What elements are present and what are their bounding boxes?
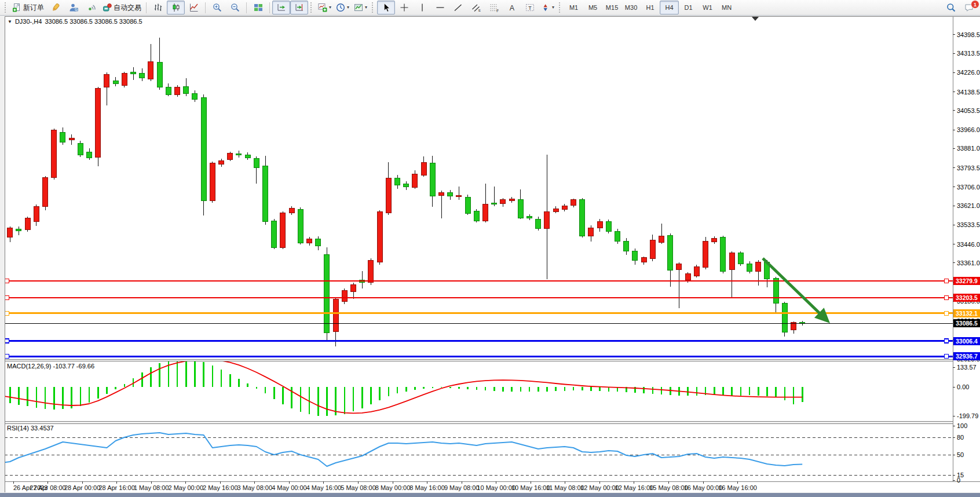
price-badge-label: 33132.1 [956,310,978,317]
rsi-tick-label: 0 [957,477,960,484]
signals-button[interactable] [82,1,100,14]
vline-icon [418,3,427,12]
toolbar-grip[interactable] [372,2,375,13]
trendline-icon [454,3,463,12]
toolbar-separator [269,2,270,13]
chartshift-icon [295,3,304,12]
chevron-down-icon[interactable]: ▾ [347,5,349,10]
price-tick-label: 33361.0 [957,260,980,266]
main-price-panel [5,16,953,359]
bars-icon [153,3,163,12]
line-chart-button[interactable] [185,1,203,14]
auto-scroll-button[interactable] [272,1,290,14]
trendline-button[interactable] [449,1,467,14]
time-tick-label: 4 May 16:00 [306,484,342,491]
fibonacci-button[interactable]: F [485,1,503,14]
macd-panel [5,361,953,421]
templates-button[interactable]: ▾ [352,1,370,14]
indicators-button[interactable]: ▾ [316,1,334,14]
search-button[interactable] [942,1,960,14]
line-handle [5,311,9,315]
time-tick-label: 27 Apr 08:00 [30,484,65,491]
time-tick-label: 16 May 16:00 [718,484,757,491]
price-badge-label: 33006.4 [956,338,978,345]
crosshair-button[interactable] [395,1,413,14]
price-tick-label: 33881.0 [957,145,980,152]
zoom-out-icon [231,3,240,12]
time-tick-label: 11 May 08:00 [546,484,584,491]
svg-text:A: A [509,4,514,12]
period-m5-label: M5 [588,4,597,11]
autotrading-button[interactable]: 自动交易 [100,1,144,14]
label-button[interactable]: T [521,1,539,14]
zoom-in-button[interactable] [208,1,226,14]
time-tick-label: 4 May 00:00 [272,484,307,491]
chevron-down-icon[interactable]: ▾ [552,5,554,10]
template-icon [354,3,363,12]
autoscroll-icon [277,3,286,12]
text-button[interactable]: A [503,1,521,14]
linechart-icon [189,3,199,12]
toolbar-grip[interactable] [5,2,8,13]
line-handle [945,339,949,343]
tile-windows-button[interactable] [249,1,267,14]
time-tick-label: 28 Apr 00:00 [64,484,100,491]
period-h1[interactable]: H1 [641,1,660,14]
styles-button[interactable] [46,1,64,14]
channel-button[interactable]: E [467,1,485,14]
period-m15[interactable]: M15 [602,1,621,14]
macd-tick-label: -199.79 [957,412,978,419]
periods-button[interactable]: ▾ [334,1,352,14]
price-tick-label: 33621.0 [957,202,980,209]
period-w1-label: W1 [703,4,712,11]
toolbar-grip[interactable] [310,2,313,13]
time-tick-label: 15 May 08:00 [649,484,688,491]
cursor-button[interactable] [377,1,395,14]
toolbar-separator [246,2,247,13]
line-handle [945,311,949,315]
hline-button[interactable] [431,1,449,14]
period-m1[interactable]: M1 [564,1,583,14]
candlestick-chart-button[interactable] [167,1,185,14]
period-w1[interactable]: W1 [698,1,717,14]
period-mn-label: MN [722,4,732,11]
new-order-button-label: 新订单 [23,3,44,13]
toolbar-group-chart-types [149,1,203,14]
svg-text:E: E [478,9,481,12]
time-tick-label: 12 May 00:00 [580,484,619,491]
period-m15-label: M15 [606,4,618,11]
person-icon [69,3,78,12]
chevron-down-icon[interactable]: ▾ [365,5,367,10]
toolbar-group-windows [249,1,267,14]
period-h4[interactable]: H4 [660,1,679,14]
cursor-icon [382,3,391,12]
new-order-button[interactable]: 新订单 [10,1,46,14]
svg-text:T: T [528,5,532,11]
autotrade-icon [103,3,112,12]
toolbar-grip[interactable] [559,2,562,13]
line-handle [5,339,9,343]
period-h1-label: H1 [646,4,654,11]
clock-icon [336,3,345,12]
toolbar-right-section: 1 [942,1,978,14]
svg-text:F: F [496,9,499,13]
notifications-button[interactable]: 1 [960,1,978,14]
period-m1-label: M1 [569,4,578,11]
price-chart-svg[interactable]: 34398.534313.534226.034138.534053.533966… [0,0,980,497]
chevron-down-icon[interactable]: ▾ [329,5,331,10]
period-d1[interactable]: D1 [679,1,698,14]
time-tick-label: 9 May 08:00 [444,484,480,491]
line-handle [945,295,949,299]
rsi-tick-label: 100 [957,422,967,429]
chart-shift-button[interactable] [290,1,308,14]
period-mn[interactable]: MN [717,1,736,14]
publisher-button[interactable] [64,1,82,14]
main-toolbar: 新订单自动交易▾▾▾EFAT▾M1M5M15M30H1H4D1W1MN1 [0,0,980,16]
zoom-out-button[interactable] [226,1,244,14]
vline-button[interactable] [413,1,431,14]
period-m5[interactable]: M5 [583,1,602,14]
bar-chart-button[interactable] [149,1,167,14]
shapes-button[interactable]: ▾ [539,1,557,14]
period-m30[interactable]: M30 [621,1,641,14]
notification-count-badge: 1 [971,0,979,9]
